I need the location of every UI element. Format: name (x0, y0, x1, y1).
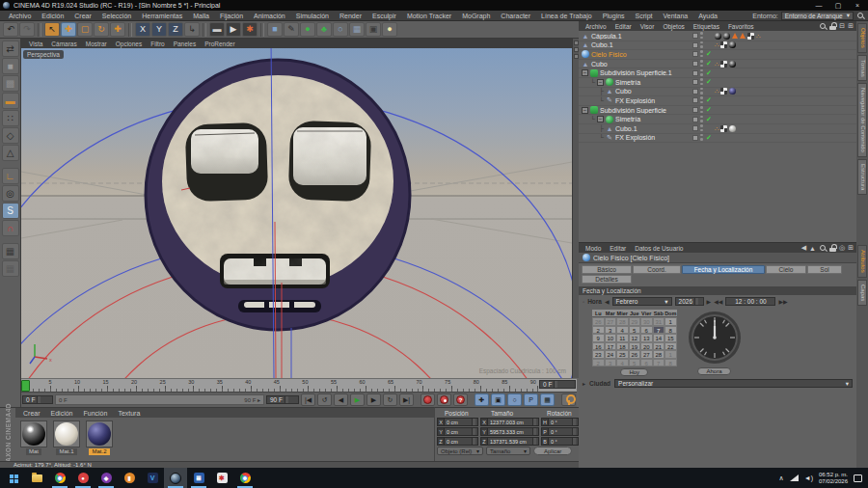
add-deformer-button[interactable]: ♣ (316, 22, 332, 37)
viewport-menu-c-maras[interactable]: Cámaras (47, 41, 80, 47)
edges-mode-button[interactable]: ◇ (2, 127, 19, 144)
layer-toggle[interactable] (692, 61, 698, 67)
calendar-day[interactable]: 19 (629, 342, 641, 351)
calendar-day[interactable]: 15 (665, 334, 677, 342)
layer-toggle[interactable] (692, 33, 698, 39)
tab-sol[interactable]: Sol (807, 265, 842, 274)
tri-orange-tag[interactable] (740, 33, 746, 39)
calendar-day[interactable]: 2 (592, 326, 605, 335)
visibility-dots[interactable] (700, 32, 703, 40)
calendar-day[interactable]: 21 (653, 342, 665, 351)
tab-cielo[interactable]: Cielo (766, 265, 806, 274)
spinner[interactable] (572, 438, 576, 445)
calendar-day[interactable]: 25 (616, 350, 629, 359)
menu-plugins[interactable]: Plugins (598, 13, 630, 19)
object-menu-favoritos[interactable]: Favoritos (724, 23, 758, 30)
coordinate-system-button[interactable]: ↳ (184, 22, 200, 37)
view-layout-icon[interactable] (574, 54, 579, 59)
menu-ventana[interactable]: Ventana (659, 13, 693, 19)
material-name[interactable]: Mat (26, 448, 41, 455)
search-icon[interactable] (856, 12, 864, 19)
layer-toggle[interactable] (692, 79, 698, 85)
new-panel-icon[interactable]: ⊞ (848, 244, 854, 252)
menu-l-nea-de-trabajo[interactable]: Línea de Trabajo (536, 13, 597, 19)
material-menu-funci-n[interactable]: Función (78, 410, 112, 417)
calendar-day[interactable]: 3 (605, 359, 617, 367)
calendar-day[interactable]: 10 (605, 334, 617, 342)
word-doc-icon[interactable]: ≣ (187, 468, 210, 488)
current-frame-field[interactable]: 0 F (539, 380, 576, 389)
calendar-day[interactable]: 1 (665, 350, 677, 359)
visibility-dots[interactable] (700, 60, 703, 68)
spinner[interactable] (532, 438, 536, 445)
checker-tag[interactable] (720, 125, 727, 132)
calendar-day[interactable]: 29 (629, 317, 641, 326)
object-menu-editar[interactable]: Editar (611, 23, 636, 30)
add-primitive-cube-button[interactable]: ■ (267, 22, 283, 37)
layer-toggle[interactable] (692, 51, 698, 57)
calendar-day-selected[interactable]: 7 (653, 326, 665, 335)
spinner[interactable] (472, 438, 475, 445)
last-tool-button[interactable]: ✚ (110, 22, 125, 37)
sphere-black-tag[interactable] (729, 61, 736, 68)
calendar-day[interactable]: 13 (640, 334, 653, 342)
network-icon[interactable] (790, 474, 799, 481)
calendar-day[interactable]: 24 (605, 350, 617, 359)
close-button[interactable]: × (850, 2, 865, 9)
object-row[interactable]: └✎FX Explosión✓ (579, 96, 856, 106)
layer-toggle[interactable] (692, 107, 698, 113)
tab-b-sico[interactable]: Básico (582, 265, 632, 274)
range-start-handle[interactable]: 0 F (59, 397, 68, 403)
section-header[interactable]: Fecha y Localización (579, 286, 856, 295)
object-row[interactable]: └−Simetría✓ (579, 115, 856, 124)
playhead[interactable] (21, 380, 30, 392)
undo-button[interactable]: ↶ (3, 22, 18, 37)
panel-splitter[interactable] (572, 39, 579, 378)
visibility-dots[interactable] (700, 106, 703, 114)
expand-icon[interactable]: ▸ (583, 380, 585, 387)
object-menu-visor[interactable]: Visor (637, 23, 659, 30)
play-backwards-button[interactable]: ↺ (317, 393, 332, 406)
calendar-day[interactable]: 8 (665, 326, 677, 335)
object-row[interactable]: ▲Cápsula.1∴ (579, 32, 856, 41)
spinner[interactable] (572, 419, 576, 425)
environment-dropdown[interactable]: Entorno de Arranque▾ (781, 12, 854, 20)
calendar-day[interactable]: 31 (653, 317, 665, 326)
coordinate-field[interactable]: 0 cm (444, 418, 478, 426)
calendar-day[interactable]: 20 (640, 342, 653, 351)
scale-tool-button[interactable]: ▢ (77, 22, 93, 37)
calendar-day[interactable]: 4 (616, 359, 629, 367)
key-pla-button[interactable]: ▦ (540, 393, 555, 406)
axis-mode-button[interactable]: ∟ (2, 168, 19, 184)
side-tab-tomas[interactable]: Tomas (857, 55, 867, 82)
tray-expand-icon[interactable]: ∧ (779, 474, 784, 482)
menu-simulaci-n[interactable]: Simulación (291, 13, 334, 19)
snap-enable-button[interactable]: S (2, 203, 19, 219)
expand-toggle[interactable]: − (582, 69, 588, 76)
coordinate-field[interactable]: 0 ° (548, 418, 579, 426)
enabled-checkbox[interactable]: ✓ (703, 69, 715, 77)
sphere-purple-tag[interactable] (729, 88, 736, 95)
calendar-day[interactable]: 23 (592, 350, 605, 359)
today-button[interactable]: Hoy (620, 368, 648, 376)
checker-tag[interactable] (720, 41, 727, 48)
viewport-perspective[interactable]: VistaCámarasMostrarOpcionesFiltroPaneles… (21, 39, 572, 378)
make-editable-button[interactable]: ⇄ (2, 41, 19, 57)
expand-toggle[interactable]: − (597, 116, 604, 122)
side-tab-atributos[interactable]: Atributos (857, 245, 867, 278)
calendar-day[interactable]: 18 (616, 342, 629, 351)
view-layout-icon[interactable] (574, 41, 579, 45)
add-spline-primitive-button[interactable]: ○ (333, 22, 348, 37)
coordinate-field[interactable]: 0 ° (548, 437, 579, 446)
menu-mograph[interactable]: MoGraph (457, 13, 495, 19)
calendar-day[interactable]: 28 (653, 350, 665, 359)
layer-toggle[interactable] (692, 125, 698, 131)
speaker-icon[interactable]: ◄) (804, 474, 813, 481)
rotate-tool-button[interactable]: ↻ (94, 22, 109, 37)
x-axis-lock-button[interactable]: X (135, 22, 150, 37)
material-menu-crear[interactable]: Crear (18, 410, 45, 417)
calendar-day[interactable]: 2 (592, 359, 605, 367)
layer-toggle[interactable] (692, 117, 698, 122)
spinner[interactable] (472, 428, 475, 435)
redo-button[interactable]: ↷ (19, 22, 35, 37)
